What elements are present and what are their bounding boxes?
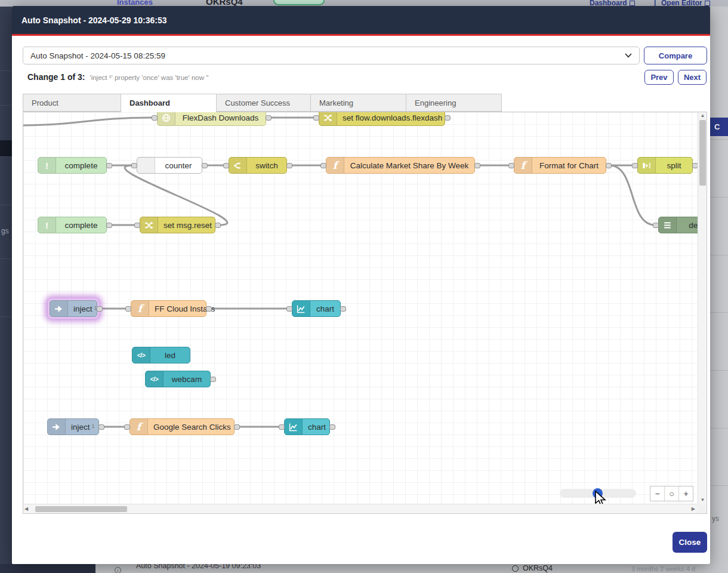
flow-node-complete2[interactable]: !complete (38, 217, 107, 233)
snapshot-dialog: Auto Snapshot - 2024-05-29 10:36:53 Auto… (12, 6, 710, 564)
clipped-right-text: ys (712, 515, 719, 523)
globe-icon (158, 112, 175, 125)
node-port-out (692, 163, 698, 168)
sidebar-bottom-block (0, 564, 95, 573)
node-label: led (150, 347, 190, 363)
node-port-in (286, 306, 292, 312)
node-port-in (313, 115, 319, 121)
change-icon (319, 112, 337, 125)
horizontal-scroll-thumb[interactable] (35, 506, 127, 512)
tab-dashboard[interactable]: Dashboard (121, 94, 217, 112)
vertical-scrollbar[interactable]: ▲ ▼ (698, 112, 707, 504)
zoom-reset-button[interactable]: ○ (665, 486, 679, 501)
template-icon: </> (146, 371, 164, 387)
flow-node-format[interactable]: fFormat for Chart (514, 157, 606, 174)
node-label: webcam (164, 371, 210, 387)
flow-node-webcam[interactable]: </>webcam (145, 371, 211, 387)
node-label: inject1 (66, 419, 100, 435)
globe-icon (512, 565, 519, 572)
zoom-out-button[interactable]: − (650, 486, 665, 501)
sidebar-active-item (0, 140, 12, 156)
close-button[interactable]: Close (673, 532, 707, 553)
flow-node-led[interactable]: </>led (132, 347, 190, 363)
function-icon: f (130, 419, 148, 435)
split-icon (638, 158, 656, 173)
external-link-icon (705, 1, 710, 6)
node-port-out (210, 377, 216, 382)
flow-wire (23, 118, 154, 125)
node-label: set flow.downloads.flexdash (337, 112, 448, 125)
node-port-out (340, 306, 346, 312)
snapshot-age-text: 3 months 2 weeks 4 d (631, 565, 695, 572)
flow-node-chart2[interactable]: chart (284, 418, 330, 435)
node-port-out (97, 306, 103, 312)
node-port-out (329, 424, 335, 430)
node-port-in (632, 163, 638, 168)
node-label: complete (56, 217, 106, 233)
function-icon: f (514, 158, 532, 173)
tab-customer-success[interactable]: Customer Success (217, 94, 311, 112)
compare-button[interactable]: Compare (644, 47, 707, 64)
scroll-up-arrow[interactable]: ▲ (698, 112, 707, 119)
horizontal-scrollbar[interactable]: ◀ ▶ (23, 504, 698, 513)
flow-node-complete1[interactable]: !complete (38, 157, 107, 174)
change-counter: Change 1 of 3: (27, 72, 85, 82)
node-port-in (124, 424, 130, 430)
external-link-icon (630, 1, 635, 6)
flow-node-setmsg[interactable]: set msg.reset (140, 217, 215, 233)
flow-node-setflow[interactable]: set flow.downloads.flexdash (319, 112, 445, 126)
flow-node-ff[interactable]: fFF Cloud Installs (131, 300, 206, 317)
screen: gs Instances OKRsQ4 Dashboard | Open Edi… (0, 0, 728, 573)
node-port-out (206, 306, 212, 312)
prev-button[interactable]: Prev (644, 70, 674, 85)
node-port-in (279, 424, 285, 430)
node-label: counter (155, 158, 202, 173)
flow-wire (125, 165, 227, 225)
switch-icon (229, 158, 247, 173)
flow-node-google[interactable]: fGoogle Search Clicks (129, 418, 235, 435)
flow-node-split1[interactable]: split (637, 157, 693, 174)
snapshot-row-text: Auto Snapshot - 2024-05-19 09:23:03 (136, 564, 261, 570)
node-label: FlexDash Downloads (175, 112, 266, 125)
vertical-scroll-thumb[interactable] (699, 120, 706, 186)
tab-marketing[interactable]: Marketing (311, 94, 406, 112)
flow-node-counter[interactable]: counter (137, 157, 202, 174)
zoom-in-button[interactable]: + (679, 486, 693, 501)
template-icon: </> (132, 347, 150, 363)
node-label: chart (303, 419, 331, 435)
scroll-down-arrow[interactable]: ▼ (698, 497, 707, 504)
node-port-in (223, 163, 229, 168)
next-button[interactable]: Next (678, 70, 707, 85)
node-label: split (656, 158, 692, 173)
tab-engineering[interactable]: Engineering (406, 94, 502, 112)
flow-node-inject1[interactable]: inject1 (50, 300, 97, 317)
node-port-in (131, 163, 137, 168)
snapshot-select[interactable]: Auto Snapshot - 2024-05-15 08:25:59 (23, 47, 640, 64)
flow-wire (609, 165, 655, 225)
tab-product[interactable]: Product (23, 94, 121, 112)
scroll-left-arrow[interactable]: ◀ (24, 506, 28, 513)
dialog-title: Auto Snapshot - 2024-05-29 10:36:53 (21, 16, 167, 25)
node-port-in (320, 163, 326, 168)
flow-node-flexdash[interactable]: FlexDash Downloads (157, 112, 266, 126)
flow-node-switch1[interactable]: switch (229, 157, 287, 174)
node-label: set msg.reset (158, 217, 217, 233)
node-port-out (215, 223, 221, 228)
status-badge (273, 0, 325, 5)
node-port-out (98, 424, 104, 430)
project-name-bottom: OKRsQ4 (523, 564, 553, 572)
flow-node-debug1[interactable]: debug (658, 217, 698, 233)
flow-node-inject2[interactable]: inject1 (47, 418, 99, 435)
clipped-blue-button: C (710, 118, 728, 136)
scroll-right-arrow[interactable]: ▶ (692, 506, 695, 513)
flow-node-calc[interactable]: fCalculate Market Share By Week (326, 157, 475, 174)
flow-canvas-wrap: FlexDash Downloadsset flow.downloads.fle… (23, 112, 707, 514)
flow-canvas[interactable]: FlexDash Downloadsset flow.downloads.fle… (23, 112, 698, 504)
node-label: Google Search Clicks (148, 419, 236, 435)
node-port-in (508, 163, 514, 168)
flow-node-chart1[interactable]: chart (292, 300, 341, 317)
sidebar-clipped-label: gs (1, 227, 9, 235)
background-page-bottom: i Auto Snapshot - 2024-05-19 09:23:03 OK… (0, 564, 728, 573)
function-icon: f (131, 301, 149, 316)
snapshot-select-value: Auto Snapshot - 2024-05-15 08:25:59 (30, 51, 165, 60)
